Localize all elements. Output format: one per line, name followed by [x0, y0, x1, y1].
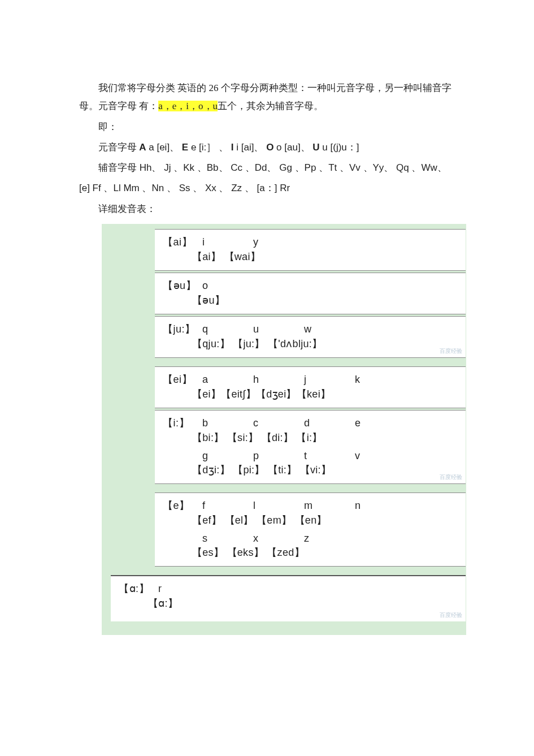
phonetic-row: 【ɑ:】 [119, 597, 458, 610]
phonetic-row: 【bi:】 【si:】 【di:】 【i:】 [163, 431, 458, 444]
document-page: 我们常将字母分类 英语的 26 个字母分两种类型：一种叫元音字母，另一种叫辅音字… [0, 0, 534, 669]
vowel-letter-bold: A [139, 142, 146, 153]
letter: q [202, 323, 253, 335]
letter: f [202, 500, 253, 512]
letter-row: 【ei】ahjk [163, 373, 458, 386]
letter-row: 【əu】o [163, 279, 458, 292]
letter-row: 【ɑ:】r [119, 582, 458, 595]
table-cell: 【ɑ:】r【ɑ:】百度经验 [111, 575, 466, 621]
phonetic-row: 【ai】 【wai】 [163, 250, 458, 263]
phonetic-row: 【əu】 [163, 293, 458, 307]
letter: o [202, 280, 253, 292]
phonetic-group-head: 【ɑ:】 [119, 582, 158, 595]
letter-row: 【e】flmn [163, 499, 458, 512]
phonetic-row: 【qju:】 【ju:】 【'dʌblju:】 [163, 337, 458, 351]
table-section: 【e】flmn【ef】 【el】 【em】 【en】sxz【es】 【eks】 … [102, 487, 466, 570]
letter: k [355, 374, 406, 386]
table-cell: 【e】flmn【ef】 【el】 【em】 【en】sxz【es】 【eks】 … [155, 493, 466, 567]
pronunciation-table: 【ai】iy【ai】 【wai】【əu】o【əu】【ju:】quw【qju:】 … [102, 224, 466, 635]
consonant-letters-line-2: [e] Ff 、Ll Mm 、Nn 、 Ss 、 Xx 、 Zz 、 [a：] … [79, 179, 455, 197]
letter-row: 【ju:】quw [163, 322, 458, 336]
phonetic-group-head: 【i:】 [163, 416, 202, 430]
letter: h [253, 374, 304, 386]
letter: p [253, 450, 304, 462]
letter: m [304, 500, 355, 512]
watermark: 百度经验 [440, 611, 462, 619]
vowel-letter-pronunciation: a [ei]、 [146, 142, 182, 153]
letter: i [202, 236, 253, 248]
text: 五个，其余为辅音字母。 [218, 101, 323, 111]
table-section: 【ei】ahjk【ei】【eit∫】【dʒei】【kei】【i:】bcde【bi… [102, 361, 466, 487]
table-title: 详细发音表： [79, 200, 455, 218]
letter: y [253, 236, 304, 248]
letter-row: sxz [163, 533, 458, 545]
highlighted-vowels: a，e，i，o，u [158, 101, 218, 111]
letter-row: 【i:】bcde [163, 416, 458, 430]
letter: d [304, 417, 355, 429]
letter: g [202, 450, 253, 462]
intro-paragraph-2: 即： [79, 118, 455, 136]
phonetic-group-head: 【ju:】 [163, 322, 202, 336]
watermark: 百度经验 [440, 347, 462, 355]
table-cell: 【ei】ahjk【ei】【eit∫】【dʒei】【kei】 [155, 366, 466, 408]
letter: w [304, 323, 355, 335]
vowel-letter-pronunciation: i [ai]、 [234, 142, 267, 153]
vowel-letter-bold: O [266, 142, 273, 153]
phonetic-row: 【ef】 【el】 【em】 【en】 [163, 513, 458, 527]
letter: t [304, 450, 355, 462]
phonetic-row: 【ei】【eit∫】【dʒei】【kei】 [163, 387, 458, 401]
watermark: 百度经验 [440, 473, 462, 481]
letter: v [355, 450, 406, 462]
letter-row: 【ai】iy [163, 235, 458, 249]
phonetic-row: 【dʒi:】 【pi:】 【ti:】 【vi:】 [163, 463, 458, 477]
consonant-letters-line-1: 辅音字母 Hh、 Jj 、Kk 、Bb、 Cc 、Dd、 Gg 、Pp 、Tt … [79, 159, 455, 177]
phonetic-group-head: 【e】 [163, 499, 202, 512]
vowel-letter-bold: E [182, 142, 188, 153]
letter: l [253, 500, 304, 512]
vowel-letter-pronunciation: o [au]、 [273, 142, 312, 153]
table-cell: 【əu】o【əu】 [155, 273, 466, 314]
phonetic-group-head: 【ai】 [163, 235, 202, 249]
letter: r [158, 583, 209, 595]
letter: z [304, 533, 355, 545]
intro-paragraph-1: 我们常将字母分类 英语的 26 个字母分两种类型：一种叫元音字母，另一种叫辅音字… [79, 79, 455, 116]
letter: e [355, 417, 406, 429]
vowel-letters-line: 元音字母 A a [ei]、 E e [i:］ 、 I i [ai]、 O o … [79, 139, 455, 157]
text: 元音字母 [98, 142, 139, 153]
vowel-letter-bold: U [312, 142, 319, 153]
phonetic-group-head: 【ei】 [163, 373, 202, 386]
letter: c [253, 417, 304, 429]
phonetic-group-head: 【əu】 [163, 279, 202, 292]
table-cell: 【ai】iy【ai】 【wai】 [155, 229, 466, 271]
letter: j [304, 374, 355, 386]
letter: s [202, 533, 253, 545]
letter: u [253, 323, 304, 335]
letter: b [202, 417, 253, 429]
table-section: 【ɑ:】r【ɑ:】百度经验 [102, 570, 466, 635]
letter-row: gptv [163, 450, 458, 462]
table-section: 【ai】iy【ai】 【wai】【əu】o【əu】【ju:】quw【qju:】 … [102, 224, 466, 361]
vowel-letter-pronunciation: e [i:］ 、 [188, 142, 231, 153]
table-cell: 【ju:】quw【qju:】 【ju:】 【'dʌblju:】百度经验 [155, 316, 466, 358]
letter: x [253, 533, 304, 545]
letter: a [202, 374, 253, 386]
table-cell: 【i:】bcde【bi:】 【si:】 【di:】 【i:】gptv【dʒi:】… [155, 410, 466, 484]
letter: n [355, 500, 406, 512]
vowel-letter-pronunciation: u [(j)u：] [320, 142, 359, 153]
phonetic-row: 【es】 【eks】 【zed】 [163, 546, 458, 559]
